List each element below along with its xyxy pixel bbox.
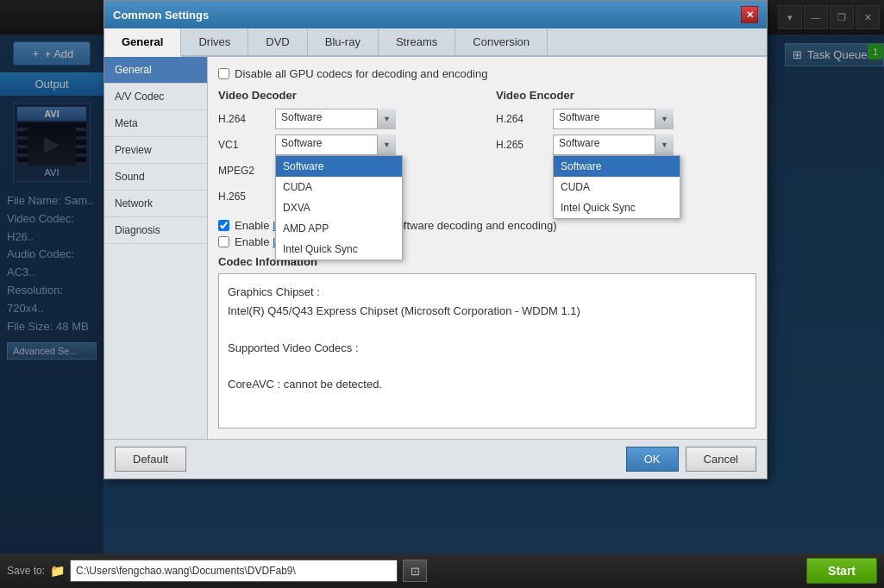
folder-icon: 📁 <box>50 564 65 578</box>
dialog-close-button[interactable]: ✕ <box>741 6 758 23</box>
enable-lightworks2-checkbox[interactable] <box>218 236 229 247</box>
tab-dvd[interactable]: DVD <box>248 28 307 55</box>
dropdown-item-dxva[interactable]: DXVA <box>276 197 402 218</box>
decoder-vc1-row: VC1 Software ▼ Software CUDA DXVA AMD AP… <box>218 134 479 155</box>
left-nav: General A/V Codec Meta Preview Sound Net… <box>104 57 208 439</box>
dialog-footer: Default OK Cancel <box>104 439 767 479</box>
tab-drives[interactable]: Drives <box>181 28 248 55</box>
decoder-h265-label: H.265 <box>218 191 270 203</box>
disable-gpu-label: Disable all GPU codecs for decoding and … <box>235 67 487 80</box>
disable-gpu-row: Disable all GPU codecs for decoding and … <box>218 67 756 80</box>
encoder-h265-row: H.265 Software ▼ Software CUDA Intel Qui… <box>496 134 756 155</box>
nav-meta[interactable]: Meta <box>104 110 207 137</box>
decoder-h264-label: H.264 <box>218 113 270 125</box>
encoder-h265-select-wrapper: Software ▼ Software CUDA Intel Quick Syn… <box>553 134 674 155</box>
content-area: Disable all GPU codecs for decoding and … <box>208 57 767 439</box>
start-button[interactable]: Start <box>806 558 877 584</box>
bottom-bar: Save to: 📁 ⊡ Start <box>0 554 884 588</box>
video-decoder-section: Video Decoder H.264 Software ▼ VC1 <box>218 89 479 212</box>
codec-supported-label: Supported Video Codecs : <box>228 339 747 358</box>
dialog-titlebar: Common Settings ✕ <box>104 1 767 28</box>
nav-sound[interactable]: Sound <box>104 164 207 191</box>
encoder-h265-select[interactable]: Software <box>553 134 674 155</box>
dropdown-item-amd-app[interactable]: AMD APP <box>276 218 402 239</box>
encoder-dropdown-item-intel-quick-sync[interactable]: Intel Quick Sync <box>554 197 680 218</box>
browse-folder-button[interactable]: ⊡ <box>403 560 427 582</box>
encoder-h265-label: H.265 <box>496 139 548 151</box>
cancel-button[interactable]: Cancel <box>686 447 756 472</box>
common-settings-dialog: Common Settings ✕ General Drives DVD Blu… <box>103 0 768 479</box>
decoder-vc1-label: VC1 <box>218 139 270 151</box>
encoder-dropdown-item-cuda[interactable]: CUDA <box>554 177 680 197</box>
dropdown-item-intel-quick-sync[interactable]: Intel Quick Sync <box>276 239 402 260</box>
codec-sections: Video Decoder H.264 Software ▼ VC1 <box>218 89 756 212</box>
encoder-h264-row: H.264 Software ▼ <box>496 109 756 129</box>
path-input[interactable] <box>70 560 398 582</box>
save-to-label: Save to: <box>7 565 45 577</box>
dialog-title: Common Settings <box>113 9 209 22</box>
decoder-h264-select[interactable]: Software <box>275 109 396 129</box>
video-encoder-title: Video Encoder <box>496 89 756 102</box>
tab-bar: General Drives DVD Blu-ray Streams Conve… <box>104 28 767 57</box>
nav-av-codec[interactable]: A/V Codec <box>104 84 207 110</box>
tab-streams[interactable]: Streams <box>379 28 455 55</box>
encoder-dropdown-item-software[interactable]: Software <box>554 156 680 177</box>
decoder-mpeg2-label: MPEG2 <box>218 165 270 177</box>
encoder-h264-select-wrapper: Software ▼ <box>553 109 674 129</box>
nav-general[interactable]: General <box>104 57 207 84</box>
dropdown-item-software[interactable]: Software <box>276 156 402 177</box>
tab-conversion[interactable]: Conversion <box>455 28 548 55</box>
nav-diagnosis[interactable]: Diagnosis <box>104 217 207 244</box>
codec-graphics-value: Intel(R) Q45/Q43 Express Chipset (Micros… <box>228 302 747 321</box>
decoder-vc1-select[interactable]: Software <box>275 134 396 155</box>
dialog-overlay: Common Settings ✕ General Drives DVD Blu… <box>0 0 884 554</box>
decoder-vc1-dropdown: Software CUDA DXVA AMD APP Intel Quick S… <box>275 155 403 260</box>
video-encoder-section: Video Encoder H.264 Software ▼ H.265 <box>496 89 756 212</box>
disable-gpu-checkbox[interactable] <box>218 68 229 79</box>
decoder-vc1-select-wrapper: Software ▼ Software CUDA DXVA AMD APP In… <box>275 134 396 155</box>
ok-button[interactable]: OK <box>626 447 679 472</box>
encoder-h264-label: H.264 <box>496 113 548 125</box>
video-decoder-title: Video Decoder <box>218 89 479 102</box>
tab-bluray[interactable]: Blu-ray <box>308 28 379 55</box>
encoder-h264-select[interactable]: Software <box>553 109 674 129</box>
dropdown-item-cuda[interactable]: CUDA <box>276 177 402 197</box>
nav-network[interactable]: Network <box>104 191 207 217</box>
default-button[interactable]: Default <box>115 447 186 472</box>
tab-general[interactable]: General <box>104 28 181 57</box>
decoder-h264-select-wrapper: Software ▼ <box>275 109 396 129</box>
codec-info-box: Graphics Chipset : Intel(R) Q45/Q43 Expr… <box>218 273 756 428</box>
decoder-h264-row: H.264 Software ▼ <box>218 109 479 129</box>
dialog-body: General A/V Codec Meta Preview Sound Net… <box>104 57 767 439</box>
nav-preview[interactable]: Preview <box>104 137 207 164</box>
encoder-h265-dropdown: Software CUDA Intel Quick Sync <box>553 155 680 219</box>
codec-coreavvc-value: CoreAVC : cannot be detected. <box>228 375 747 394</box>
codec-graphics-label: Graphics Chipset : <box>228 283 747 302</box>
enable-lightworks1-checkbox[interactable] <box>218 220 229 231</box>
